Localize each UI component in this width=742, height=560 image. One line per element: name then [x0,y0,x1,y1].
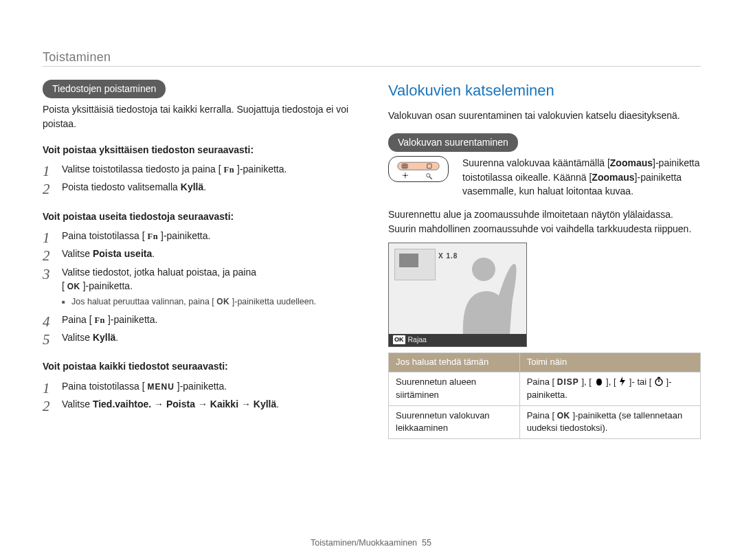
ok-icon: OK [67,281,80,293]
text: . [152,248,155,259]
list-item: Valitse toistotilassa tiedosto ja paina … [43,162,355,176]
text: Valitse toistotilassa tiedosto ja paina [62,164,218,175]
table-cell: Paina OK-painiketta (se tallennetaan uud… [519,405,700,439]
all-steps: Paina toistotilassa MENU-painiketta. Val… [43,379,355,412]
button-ref: MENU [142,379,180,393]
page-number: 55 [422,538,431,548]
table-cell: Suurennetun alueen siirtäminen [389,372,520,405]
text: → [151,399,166,410]
delete-intro: Poista yksittäisiä tiedostoja tai kaikki… [43,102,355,131]
bold: Kyllä [181,181,203,192]
single-heading: Voit poistaa yksittäisen tiedoston seura… [43,143,355,157]
bold: Kyllä [254,399,276,410]
button-ref: Fn [89,313,111,326]
silhouette-icon [436,251,518,334]
button-ref [589,376,608,389]
text: Paina [527,377,552,387]
text: Paina [62,314,89,325]
text: - tai [631,377,649,387]
text: Valitse [62,332,93,343]
text: Poista tiedosto valitsemalla [62,181,181,192]
preview-thumbnail [394,249,436,280]
fn-icon: Fn [94,314,105,326]
button-ref [649,376,668,389]
text: -painiketta. [164,230,210,241]
multi-steps: Paina toistotilassa Fn-painiketta. Valit… [43,229,355,344]
list-item: Paina Fn-painiketta. [43,313,355,326]
disp-icon: DISP [557,377,579,388]
zoom-control-graphic [388,156,449,181]
multi-heading: Voit poistaa useita tiedostoja seuraavas… [43,210,355,223]
table-row: Suurennetun valokuvan leikkaaminen Paina… [389,405,701,439]
right-column: Valokuvien katseleminen Valokuvan osan s… [388,80,701,439]
text: . [276,399,279,410]
button-ref: Fn [218,162,240,176]
macro-icon [594,378,604,386]
list-item: Valitse Kyllä. [43,331,355,344]
list-item: Valitse tiedostot, jotka haluat poistaa,… [43,265,355,309]
action-table: Jos haluat tehdä tämän Toimi näin Suuren… [388,352,701,439]
section-title: Toistaminen [43,48,111,66]
list-item: Valitse Tied.vaihtoe. → Poista → Kaikki … [43,397,355,411]
ok-icon: OK [216,296,229,308]
right-intro: Valokuvan osan suurentaminen tai valokuv… [388,109,701,122]
menu-icon: MENU [148,381,175,393]
pill-enlarge: Valokuvan suurentaminen [388,133,518,152]
text: Jos haluat peruuttaa valinnan, paina [71,297,212,306]
text: Paina toistotilassa [62,381,142,392]
text: -painiketta. [86,280,133,291]
bold: Kyllä [93,332,115,343]
page-footer: Toistaminen/Muokkaaminen 55 [0,537,742,549]
list-item: Poista tiedosto valitsemalla Kyllä. [43,180,355,194]
svg-point-6 [404,175,406,177]
text: Valitse tiedostot, jotka haluat poistaa,… [62,267,256,278]
zoom-block: Suurenna valokuvaa kääntämällä [Zoomaus]… [388,156,701,198]
text: Paina [527,410,552,421]
svg-point-11 [427,174,430,177]
fn-icon: Fn [224,164,235,176]
table-row: Suurennetun alueen siirtäminen Paina DIS… [389,372,701,405]
right-para2: Suurennettu alue ja zoomaussuhde ilmoite… [388,208,701,236]
text: . [115,332,118,343]
button-ref [614,376,631,389]
preview-bottom-bar: OK Rajaa [389,334,526,346]
bold: Zoomaus [592,172,634,183]
svg-point-8 [407,175,408,177]
svg-point-7 [403,175,404,177]
right-title: Valokuvien katseleminen [388,80,701,102]
text: -painiketta. [240,164,286,175]
svg-point-13 [472,258,495,281]
table-row: Jos haluat tehdä tämän Toimi näin [389,352,701,372]
svg-point-9 [405,173,406,175]
preview-image: X 1.8 OK Rajaa [388,243,527,347]
svg-point-10 [405,177,406,179]
zoom-text: Suurenna valokuvaa kääntämällä [Zoomaus]… [462,156,701,198]
table-cell: Paina DISP, , - tai -painiketta. [519,372,700,405]
preview-viewport [399,254,418,267]
button-ref: OK [62,279,86,293]
text: Paina toistotilassa [62,230,142,241]
footer-text: Toistaminen/Muokkaaminen [311,538,417,548]
button-ref: DISP [552,376,584,389]
all-heading: Voit poistaa kaikki tiedostot seuraavast… [43,359,355,373]
list-item: Paina toistotilassa MENU-painiketta. [43,379,355,393]
text: → [195,399,210,410]
timer-icon [654,377,664,386]
zoom-svg-icon [394,160,442,179]
bold: Tied.vaihtoe. [93,399,151,410]
text: . [203,181,206,192]
bold: Kaikki [210,399,238,410]
text: Valitse [62,399,93,410]
list-item: Valitse Poista useita. [43,247,355,260]
text: -painiketta. [111,314,157,325]
bold: Poista useita [93,248,152,259]
table-header: Toimi näin [519,352,700,372]
text: Suurenna valokuvaa kääntämällä [462,157,607,168]
button-ref: OK [212,295,234,308]
list-item: Paina toistotilassa Fn-painiketta. [43,229,355,243]
left-column: Tiedostojen poistaminen Poista yksittäis… [43,80,355,439]
table-header: Jos haluat tehdä tämän [389,352,520,372]
single-steps: Valitse toistotilassa tiedosto ja paina … [43,162,355,194]
columns: Tiedostojen poistaminen Poista yksittäis… [43,80,701,439]
crop-label: Rajaa [408,335,427,345]
